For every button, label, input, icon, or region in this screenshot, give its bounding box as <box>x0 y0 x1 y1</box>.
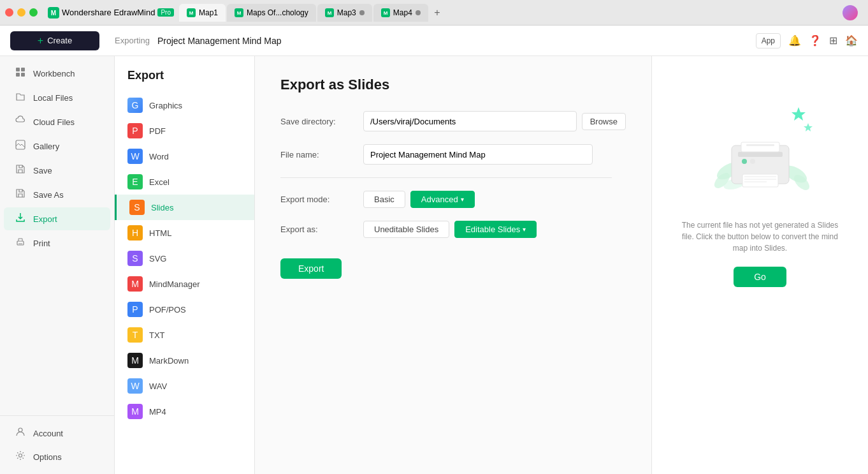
notification-icon[interactable]: 🔔 <box>788 34 801 47</box>
svg-rect-28 <box>746 144 774 146</box>
sidebar-item-local-files[interactable]: Local Files <box>4 86 110 109</box>
save-directory-row: Save directory: Browse <box>280 111 626 131</box>
tab-icon: M <box>235 8 243 17</box>
workbench-icon <box>14 67 27 80</box>
svg-rect-15 <box>17 241 24 245</box>
export-item-mp4[interactable]: M MP4 <box>115 399 254 424</box>
maximize-button[interactable] <box>29 8 38 17</box>
export-item-label: Word <box>149 152 169 161</box>
sidebar-item-cloud-files[interactable]: Cloud Files <box>4 110 110 133</box>
sidebar-item-label: Options <box>33 452 62 462</box>
browse-button[interactable]: Browse <box>582 113 626 130</box>
tab-map4[interactable]: M Map4 <box>373 4 428 22</box>
gallery-icon <box>14 140 27 152</box>
apps-icon[interactable]: ⊞ <box>829 34 837 47</box>
sidebar-item-workbench[interactable]: Workbench <box>4 62 110 85</box>
export-panel-title: Export <box>115 69 254 93</box>
sidebar-item-options[interactable]: Options <box>4 445 110 468</box>
tab-icon: M <box>325 8 334 17</box>
svg-point-31 <box>750 159 755 164</box>
export-mode-row: Export mode: Basic Advanced <box>280 191 626 208</box>
edrawmind-icon: M <box>48 7 59 19</box>
tab-label: Map1 <box>199 8 218 17</box>
sidebar-spacer <box>0 255 114 415</box>
export-mode-advanced-button[interactable]: Advanced <box>410 191 475 208</box>
pdf-icon: P <box>127 123 143 138</box>
export-item-excel[interactable]: E Excel <box>115 169 254 195</box>
go-button[interactable]: Go <box>734 267 786 287</box>
new-tab-button[interactable]: + <box>430 5 445 20</box>
export-mode-basic-button[interactable]: Basic <box>363 191 405 208</box>
close-button[interactable] <box>5 8 13 17</box>
export-as-row: Export as: Uneditable Slides Editable Sl… <box>280 221 626 238</box>
sidebar-item-save[interactable]: Save <box>4 159 110 182</box>
traffic-lights <box>5 8 38 17</box>
file-name-input[interactable] <box>363 144 593 165</box>
svg-rect-32 <box>744 176 776 177</box>
preview-panel: The current file has not yet generated a… <box>651 56 868 474</box>
export-item-pdf[interactable]: P PDF <box>115 118 254 144</box>
tab-map3[interactable]: M Map3 <box>317 4 372 22</box>
svg-rect-34 <box>744 181 767 182</box>
export-item-markdown[interactable]: M MarkDown <box>115 348 254 373</box>
export-item-txt[interactable]: T TXT <box>115 322 254 348</box>
svg-point-30 <box>742 159 747 164</box>
export-button-row: Export <box>280 251 626 279</box>
sidebar-item-label: Save <box>33 166 52 175</box>
save-directory-input[interactable] <box>363 111 577 131</box>
svg-point-16 <box>18 428 22 432</box>
slides-icon: S <box>129 200 145 215</box>
uneditable-slides-button[interactable]: Uneditable Slides <box>363 221 449 238</box>
sidebar-item-export[interactable]: Export <box>4 207 110 230</box>
cloud-files-icon <box>14 115 27 128</box>
sidebar-item-gallery[interactable]: Gallery <box>4 135 110 158</box>
app-button[interactable]: App <box>756 33 781 48</box>
export-button[interactable]: Export <box>280 258 342 279</box>
preview-description: The current file has not yet generated a… <box>665 219 855 254</box>
create-button[interactable]: + Create <box>10 31 99 50</box>
minimize-button[interactable] <box>17 8 25 17</box>
export-item-mindmanager[interactable]: M MindManager <box>115 271 254 297</box>
tab-label: Map3 <box>337 8 356 17</box>
export-item-wav[interactable]: W WAV <box>115 373 254 399</box>
avatar[interactable] <box>843 5 858 20</box>
svg-rect-11 <box>21 68 25 71</box>
tab-map1[interactable]: M Map1 <box>179 4 226 22</box>
export-item-word[interactable]: W Word <box>115 144 254 169</box>
export-item-label: MP4 <box>149 407 166 417</box>
help-icon[interactable]: ❓ <box>809 34 821 47</box>
svg-marker-19 <box>804 123 813 131</box>
print-icon <box>14 237 27 249</box>
tab-label: Maps Of...chology <box>247 8 308 17</box>
html-icon: H <box>127 225 143 241</box>
export-item-html[interactable]: H HTML <box>115 220 254 246</box>
save-directory-label: Save directory: <box>280 117 363 126</box>
svg-rect-12 <box>16 73 20 77</box>
create-label: Create <box>47 36 72 45</box>
sidebar-item-label: Export <box>33 214 57 224</box>
sidebar-item-label: Local Files <box>33 93 73 103</box>
editable-slides-button[interactable]: Editable Slides <box>454 221 537 238</box>
tab-list: M Map1 M Maps Of...chology M Map3 M Map4… <box>179 4 837 22</box>
local-files-icon <box>14 91 27 104</box>
sidebar-item-save-as[interactable]: Save As <box>4 183 110 206</box>
export-item-svg[interactable]: S SVG <box>115 246 254 271</box>
export-item-graphics[interactable]: G Graphics <box>115 93 254 118</box>
file-name-label: File name: <box>280 150 363 159</box>
community-icon[interactable]: 🏠 <box>845 34 858 47</box>
svg-rect-26 <box>738 152 783 157</box>
sidebar-item-account[interactable]: Account <box>4 422 110 445</box>
svg-rect-33 <box>744 179 776 180</box>
modified-dot <box>416 10 421 15</box>
save-icon <box>14 164 27 177</box>
export-item-label: WAV <box>149 381 167 391</box>
sidebar-item-print[interactable]: Print <box>4 232 110 255</box>
export-item-pof[interactable]: P POF/POS <box>115 297 254 322</box>
tab-maps-of-chology[interactable]: M Maps Of...chology <box>227 4 316 22</box>
export-item-slides[interactable]: S Slides <box>115 195 254 220</box>
sidebar-item-label: Print <box>33 239 50 248</box>
tab-icon: M <box>381 8 390 17</box>
svg-text:M: M <box>327 10 331 16</box>
file-name-row: File name: <box>280 144 626 165</box>
pof-icon: P <box>127 302 143 317</box>
